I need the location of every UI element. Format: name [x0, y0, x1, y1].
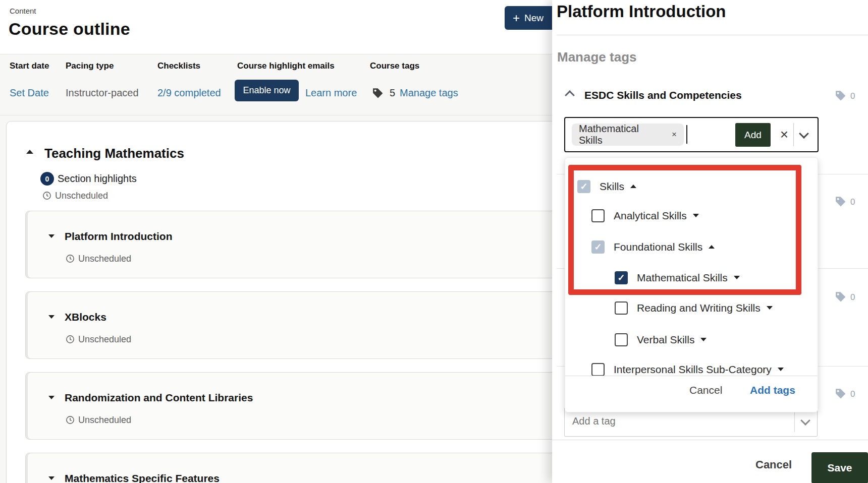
- manage-tags-drawer: Platform Introduction Manage tags ESDC S…: [552, 0, 868, 483]
- clock-icon: [66, 335, 75, 346]
- add-button[interactable]: Add: [735, 123, 771, 147]
- checkbox-unchecked[interactable]: [591, 209, 605, 222]
- tag-icon: [834, 290, 847, 305]
- course-tags-label: Course tags: [370, 61, 419, 71]
- tag-option-label: Reading and Writing Skills: [637, 302, 761, 314]
- subsection-schedule: Unscheduled: [78, 334, 131, 345]
- tag-option-label: Analytical Skills: [614, 210, 687, 222]
- highlights-badge: 0: [40, 172, 54, 186]
- taxonomy-name[interactable]: ESDC Skills and Competencies: [584, 89, 742, 101]
- collapse-icon[interactable]: [630, 185, 636, 188]
- chevron-down-icon[interactable]: [799, 129, 809, 139]
- subheader-divider: [0, 115, 552, 115]
- tag-dropdown: Skills Analytical Skills Foundational Sk…: [565, 157, 818, 412]
- taxonomy-tag-count: 0: [850, 292, 855, 303]
- checklists-link[interactable]: 2/9 completed: [157, 87, 221, 99]
- subsection-schedule: Unscheduled: [78, 254, 131, 264]
- expand-icon[interactable]: [778, 368, 784, 371]
- clear-icon[interactable]: ×: [776, 125, 793, 145]
- checkbox-unchecked[interactable]: [591, 363, 605, 376]
- checkbox-indeterminate[interactable]: [577, 180, 590, 193]
- save-button[interactable]: Save: [811, 452, 868, 483]
- selected-tag-chip[interactable]: Mathematical Skills ×: [572, 124, 684, 146]
- manage-tags-link[interactable]: Manage tags: [400, 87, 458, 99]
- expand-icon[interactable]: [700, 338, 707, 341]
- checkbox-indeterminate[interactable]: [591, 240, 605, 254]
- enable-now-button[interactable]: Enable now: [235, 80, 299, 101]
- expand-subsection-icon[interactable]: [48, 476, 55, 480]
- subsection-title: Randomization and Content Libraries: [65, 392, 253, 404]
- add-tag-placeholder: Add a tag: [572, 415, 616, 427]
- tag-option-list: Skills Analytical Skills Foundational Sk…: [565, 158, 818, 376]
- course-tag-count: 5: [390, 87, 395, 99]
- collapse-icon[interactable]: [709, 245, 715, 249]
- tag-option-reading-writing[interactable]: Reading and Writing Skills: [615, 301, 773, 315]
- dropdown-add-tags-button[interactable]: Add tags: [750, 384, 795, 396]
- expand-icon[interactable]: [693, 214, 699, 217]
- drawer-divider: [557, 35, 868, 35]
- course-outline-screen: Content Course outline + New Start date …: [0, 0, 868, 483]
- tag-option-interpersonal[interactable]: Interpersonal Skills Sub-Category: [591, 363, 784, 376]
- chip-label: Mathematical Skills: [579, 123, 665, 146]
- text-cursor: [686, 125, 687, 144]
- pacing-type-value: Instructor-paced: [66, 87, 139, 99]
- dropdown-footer: Cancel Add tags: [565, 376, 818, 412]
- subsection-card-platform-introduction[interactable]: Platform Introduction Unscheduled: [25, 211, 602, 278]
- chevron-up-icon[interactable]: [565, 90, 575, 100]
- select-divider: [793, 123, 794, 146]
- tag-select-box[interactable]: Mathematical Skills × Add ×: [564, 117, 819, 152]
- section-schedule: Unscheduled: [55, 191, 108, 201]
- chevron-down-icon[interactable]: [800, 415, 810, 426]
- set-date-link[interactable]: Set Date: [10, 87, 49, 99]
- tag-option-skills[interactable]: Skills: [577, 179, 636, 193]
- pacing-type-label: Pacing type: [66, 61, 114, 71]
- subsection-title: Platform Introduction: [65, 230, 173, 243]
- manage-tags-heading: Manage tags: [557, 49, 637, 65]
- checkbox-checked[interactable]: [615, 271, 628, 284]
- input-divider: [794, 412, 795, 432]
- drawer-title: Platform Introduction: [557, 2, 726, 21]
- subsection-schedule: Unscheduled: [78, 415, 131, 426]
- expand-icon[interactable]: [767, 306, 773, 310]
- tag-icon: [834, 387, 847, 402]
- expand-subsection-icon[interactable]: [48, 234, 55, 238]
- learn-more-link[interactable]: Learn more: [305, 87, 357, 99]
- expand-icon[interactable]: [734, 276, 740, 279]
- plus-icon: +: [513, 12, 520, 24]
- tag-icon: [834, 195, 847, 210]
- new-button-label: New: [524, 13, 544, 24]
- dropdown-cancel-button[interactable]: Cancel: [689, 384, 722, 396]
- tag-option-label: Interpersonal Skills Sub-Category: [614, 364, 772, 376]
- expand-subsection-icon[interactable]: [48, 396, 55, 399]
- taxonomy-tag-count: 0: [850, 91, 855, 101]
- tag-option-verbal[interactable]: Verbal Skills: [615, 333, 707, 346]
- subsection-title: Mathematics Specific Features: [65, 472, 220, 483]
- taxonomy-tag-count: 0: [850, 389, 855, 399]
- subsection-title: XBlocks: [65, 311, 106, 323]
- tag-option-mathematical[interactable]: Mathematical Skills: [615, 271, 740, 284]
- tag-option-foundational[interactable]: Foundational Skills: [591, 240, 715, 254]
- tag-option-analytical[interactable]: Analytical Skills: [591, 209, 699, 222]
- highlights-badge-label[interactable]: Section highlights: [58, 173, 137, 185]
- tag-option-label: Skills: [600, 180, 624, 193]
- chip-remove-icon[interactable]: ×: [672, 130, 677, 140]
- page-title: Course outline: [9, 19, 130, 39]
- subsection-card-xblocks[interactable]: XBlocks Unscheduled: [25, 291, 602, 359]
- collapse-section-icon[interactable]: [26, 150, 33, 154]
- expand-subsection-icon[interactable]: [48, 315, 55, 319]
- clock-icon: [66, 415, 75, 427]
- content-label: Content: [10, 7, 36, 15]
- checklists-label: Checklists: [157, 61, 200, 71]
- section-title: Teaching Mathematics: [44, 146, 184, 161]
- clock-icon: [42, 191, 51, 202]
- tag-option-label: Foundational Skills: [614, 241, 702, 253]
- drawer-cancel-button[interactable]: Cancel: [755, 458, 792, 471]
- highlight-emails-label: Course highlight emails: [237, 61, 335, 71]
- checkbox-unchecked[interactable]: [615, 301, 628, 315]
- subsection-card-randomization[interactable]: Randomization and Content Libraries Unsc…: [25, 372, 602, 440]
- tag-icon: [371, 87, 384, 101]
- checkbox-unchecked[interactable]: [615, 333, 628, 346]
- taxonomy-tag-count: 0: [850, 197, 855, 207]
- clock-icon: [66, 254, 75, 265]
- subsection-card-math-features[interactable]: Mathematics Specific Features: [25, 453, 602, 483]
